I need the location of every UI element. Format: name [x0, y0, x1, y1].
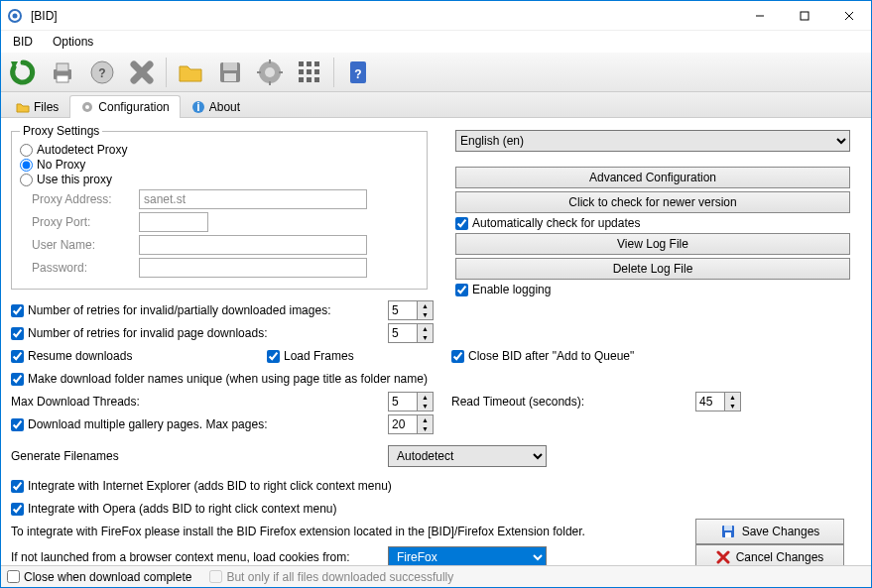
- multi-page-checkbox[interactable]: [11, 418, 24, 431]
- delete-button[interactable]: [124, 55, 160, 90]
- only-if-success-checkbox: [209, 570, 222, 583]
- save-button-toolbar[interactable]: [212, 55, 248, 90]
- integrate-ie-checkbox[interactable]: [11, 480, 24, 493]
- auto-check-updates-checkbox[interactable]: [455, 217, 468, 230]
- load-frames-checkbox[interactable]: [267, 350, 280, 363]
- max-threads-spinner[interactable]: ▲▼: [388, 392, 434, 412]
- folder-button[interactable]: [173, 55, 208, 90]
- firefox-hint-text: To integrate with FireFox please install…: [11, 525, 585, 538]
- check-newer-button[interactable]: Click to check for newer version: [455, 191, 850, 213]
- svg-rect-29: [307, 77, 311, 82]
- enable-logging-label: Enable logging: [472, 283, 551, 296]
- svg-rect-3: [801, 12, 809, 20]
- cookies-label: If not launched from a browser context m…: [11, 550, 350, 564]
- close-when-complete-label: Close when download complete: [24, 570, 191, 584]
- integrate-opera-checkbox[interactable]: [11, 503, 24, 516]
- help-button[interactable]: ?: [84, 55, 120, 90]
- close-after-label: Close BID after "Add to Queue": [468, 349, 634, 363]
- tab-files[interactable]: Files: [5, 95, 69, 118]
- svg-text:?: ?: [98, 66, 105, 80]
- titlebar: [BID]: [1, 1, 871, 31]
- gear-icon: [80, 100, 94, 114]
- radio-autodetect-proxy[interactable]: [20, 144, 33, 157]
- svg-rect-8: [57, 75, 68, 82]
- retries-images-spinner[interactable]: ▲▼: [388, 300, 434, 320]
- view-log-button[interactable]: View Log File: [455, 233, 850, 255]
- folder-icon: [16, 100, 30, 114]
- menu-options[interactable]: Options: [45, 33, 101, 51]
- max-threads-label: Max Download Threads:: [11, 395, 140, 409]
- save-changes-button[interactable]: Save Changes: [695, 519, 844, 544]
- proxy-pass-label: Password:: [20, 261, 139, 275]
- app-icon: [7, 8, 23, 24]
- svg-point-1: [13, 13, 18, 18]
- language-select[interactable]: English (en): [455, 130, 850, 152]
- label-noproxy: No Proxy: [37, 158, 85, 172]
- radio-no-proxy[interactable]: [20, 159, 33, 172]
- unique-folder-checkbox[interactable]: [11, 373, 24, 386]
- enable-logging-checkbox[interactable]: [455, 284, 468, 296]
- retries-images-checkbox[interactable]: [11, 304, 24, 317]
- menubar: BID Options: [1, 31, 871, 53]
- auto-check-label: Automatically check for updates: [472, 216, 640, 230]
- read-timeout-spinner[interactable]: ▲▼: [695, 392, 741, 412]
- proxy-user-input[interactable]: [139, 235, 367, 255]
- tab-configuration[interactable]: Configuration: [69, 95, 180, 118]
- proxy-port-label: Proxy Port:: [20, 215, 139, 229]
- delete-log-button[interactable]: Delete Log File: [455, 258, 850, 280]
- generate-filenames-select[interactable]: Autodetect: [388, 445, 547, 467]
- retries-images-label: Number of retries for invalid/partially …: [28, 303, 330, 317]
- proxy-settings-group: Proxy Settings Autodetect Proxy No Proxy…: [11, 124, 428, 290]
- settings-button[interactable]: [252, 55, 288, 90]
- svg-point-34: [85, 105, 89, 109]
- svg-rect-27: [314, 69, 319, 74]
- close-button[interactable]: [826, 1, 871, 30]
- proxy-pass-input[interactable]: [139, 258, 367, 278]
- svg-rect-38: [724, 526, 732, 530]
- read-timeout-label: Read Timeout (seconds):: [451, 395, 584, 409]
- tab-about[interactable]: i About: [181, 95, 251, 118]
- radio-use-this-proxy[interactable]: [20, 174, 33, 186]
- svg-rect-25: [299, 69, 304, 74]
- cookies-browser-select[interactable]: FireFox: [388, 546, 547, 565]
- svg-rect-26: [307, 69, 311, 74]
- proxy-address-input[interactable]: [139, 189, 367, 209]
- info-button[interactable]: ?: [340, 55, 376, 90]
- print-button[interactable]: [45, 55, 80, 90]
- cancel-changes-button[interactable]: Cancel Changes: [695, 544, 844, 565]
- retries-page-spinner[interactable]: ▲▼: [388, 323, 434, 343]
- load-frames-label: Load Frames: [284, 349, 354, 363]
- label-autodetect: Autodetect Proxy: [37, 143, 127, 157]
- minimize-button[interactable]: [737, 1, 782, 30]
- tab-label: About: [209, 100, 240, 114]
- proxy-user-label: User Name:: [20, 238, 139, 252]
- maximize-button[interactable]: [782, 1, 826, 30]
- resume-label: Resume downloads: [28, 349, 132, 363]
- only-if-success-label: But only if all files downloaded success…: [226, 570, 453, 584]
- advanced-config-button[interactable]: Advanced Configuration: [455, 167, 850, 188]
- max-pages-spinner[interactable]: ▲▼: [388, 414, 434, 434]
- close-after-queue-checkbox[interactable]: [451, 350, 464, 363]
- tab-label: Files: [34, 100, 59, 114]
- cancel-icon: [716, 550, 730, 564]
- proxy-port-input[interactable]: [139, 212, 208, 232]
- resume-downloads-checkbox[interactable]: [11, 350, 24, 363]
- statusbar: Close when download complete But only if…: [1, 565, 871, 587]
- tabstrip: Files Configuration i About: [1, 92, 871, 118]
- svg-rect-30: [314, 77, 319, 82]
- window-title: [BID]: [29, 9, 737, 23]
- svg-text:i: i: [196, 100, 199, 114]
- retries-page-checkbox[interactable]: [11, 327, 24, 340]
- svg-rect-28: [299, 77, 304, 82]
- grid-button[interactable]: [292, 55, 327, 90]
- unique-folder-label: Make download folder names unique (when …: [28, 372, 428, 386]
- refresh-button[interactable]: [5, 55, 41, 90]
- toolbar: ? ?: [1, 53, 871, 92]
- svg-rect-7: [57, 63, 68, 71]
- retries-page-label: Number of retries for invalid page downl…: [28, 326, 267, 340]
- svg-point-17: [265, 67, 275, 77]
- menu-bid[interactable]: BID: [5, 33, 41, 51]
- proxy-address-label: Proxy Address:: [20, 192, 139, 206]
- tab-label: Configuration: [98, 100, 169, 114]
- close-when-complete-checkbox[interactable]: [7, 570, 20, 583]
